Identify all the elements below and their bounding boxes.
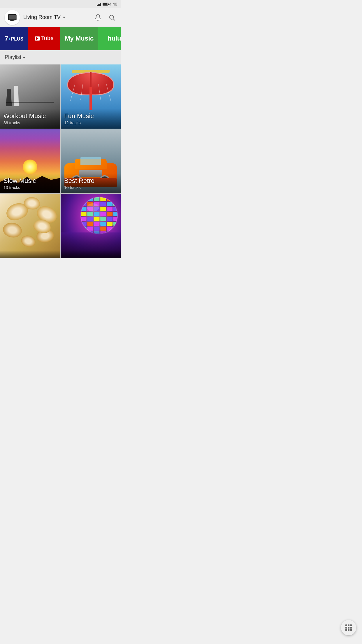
svg-rect-49 (113, 227, 119, 231)
bell-icon[interactable] (94, 13, 102, 22)
status-icons: 4:40 (97, 2, 117, 6)
slow-title: Slow Music (3, 177, 57, 185)
svg-rect-42 (107, 222, 113, 226)
svg-rect-28 (94, 212, 100, 216)
svg-rect-47 (100, 227, 106, 231)
svg-rect-8 (81, 197, 87, 201)
retro-title: Best Retro (64, 177, 117, 185)
svg-rect-55 (113, 232, 119, 236)
playlist-header[interactable]: Playlist ▾ (0, 50, 121, 64)
svg-rect-31 (113, 212, 119, 216)
mymusic-label: My Music (65, 35, 94, 42)
svg-rect-1 (9, 15, 16, 19)
tab-youtube[interactable]: Tube (28, 27, 60, 50)
svg-rect-29 (100, 212, 106, 216)
music-card-workout[interactable]: Workout Music 36 tracks (0, 64, 60, 129)
svg-rect-17 (100, 202, 106, 206)
svg-rect-2 (11, 20, 13, 20)
music-card-disco[interactable] (61, 194, 121, 258)
slow-tracks: 13 tracks (3, 185, 57, 190)
svg-line-5 (113, 19, 115, 20)
svg-rect-35 (100, 217, 106, 221)
svg-rect-13 (113, 197, 119, 201)
disco-overlay (61, 251, 121, 258)
hulu-label: hulu (108, 35, 121, 42)
tab-tvplus[interactable]: 7+PLUS (0, 27, 28, 50)
device-name[interactable]: Living Room TV ▼ (23, 14, 90, 20)
retro-tracks: 10 tracks (64, 185, 117, 190)
yt-play-icon (35, 36, 40, 41)
music-card-retro[interactable]: Best Retro 10 tracks (61, 129, 121, 193)
retro-overlay: Best Retro 10 tracks (61, 174, 121, 193)
music-grid: Workout Music 36 tracks Fun Music 12 tra… (0, 64, 121, 258)
dropdown-arrow: ▼ (62, 15, 66, 20)
svg-rect-37 (113, 217, 119, 221)
top-bar: Living Room TV ▼ (0, 8, 121, 27)
svg-rect-24 (107, 207, 113, 211)
tab-mymusic[interactable]: My Music (60, 27, 98, 50)
svg-rect-3 (10, 20, 15, 21)
beach-bg (0, 194, 60, 258)
svg-rect-36 (107, 217, 113, 221)
signal-icon (97, 2, 101, 6)
music-card-slow[interactable]: Slow Music 13 tracks (0, 129, 60, 193)
battery-icon (103, 3, 108, 6)
svg-rect-51 (87, 232, 93, 236)
svg-rect-34 (94, 217, 100, 221)
playlist-label: Playlist (5, 54, 21, 60)
workout-title: Workout Music (3, 112, 57, 120)
music-card-beach[interactable] (0, 194, 60, 258)
svg-rect-46 (94, 227, 100, 231)
svg-rect-30 (107, 212, 113, 216)
slow-overlay: Slow Music 13 tracks (0, 174, 60, 193)
device-icon-wrapper[interactable] (5, 10, 20, 25)
tv-icon (8, 14, 17, 21)
svg-rect-39 (87, 222, 93, 226)
music-card-fun[interactable]: Fun Music 12 tracks (61, 64, 121, 129)
top-bar-actions (94, 13, 116, 22)
svg-rect-52 (94, 232, 100, 236)
youtube-label: Tube (41, 36, 53, 42)
playlist-dropdown-icon: ▾ (23, 55, 25, 60)
svg-rect-50 (81, 232, 87, 236)
svg-rect-53 (100, 232, 106, 236)
workout-overlay: Workout Music 36 tracks (0, 109, 60, 129)
svg-rect-41 (100, 222, 106, 226)
app-tabs: 7+PLUS Tube My Music hulu amazon▶ (0, 27, 121, 50)
beach-overlay (0, 251, 60, 258)
svg-point-4 (110, 15, 114, 19)
svg-rect-44 (81, 227, 87, 231)
tab-hulu[interactable]: hulu (98, 27, 121, 50)
status-bar: 4:40 (0, 0, 121, 8)
svg-rect-23 (100, 207, 106, 211)
workout-tracks: 36 tracks (3, 120, 57, 125)
svg-rect-27 (87, 212, 93, 216)
svg-rect-26 (81, 212, 87, 216)
fun-title: Fun Music (64, 112, 117, 120)
svg-rect-33 (87, 217, 93, 221)
disco-ball-svg (79, 195, 120, 236)
fun-overlay: Fun Music 12 tracks (61, 109, 121, 129)
svg-rect-54 (107, 232, 113, 236)
status-time: 4:40 (109, 2, 117, 6)
search-icon[interactable] (108, 13, 116, 22)
svg-point-57 (87, 203, 99, 211)
svg-rect-40 (94, 222, 100, 226)
disco-bg (61, 194, 121, 258)
fun-tracks: 12 tracks (64, 120, 117, 125)
